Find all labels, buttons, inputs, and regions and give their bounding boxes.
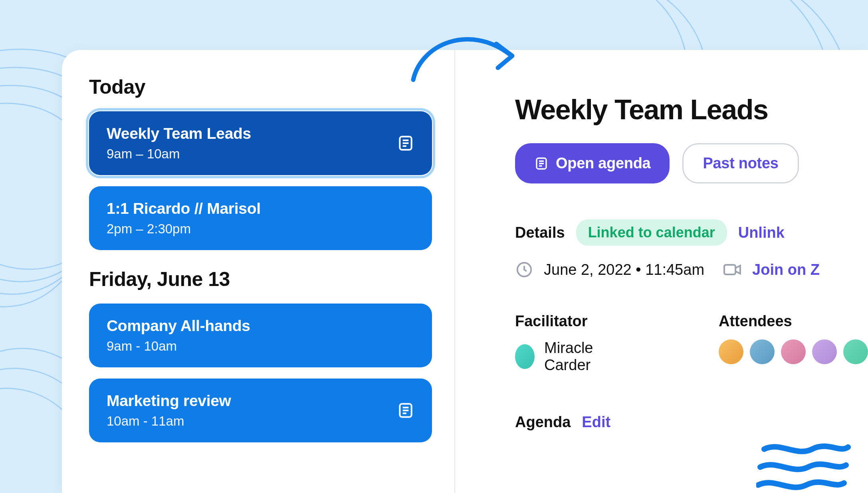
agenda-label: Agenda — [515, 414, 571, 431]
facilitator-name: Miracle Carder — [544, 339, 623, 374]
open-agenda-button[interactable]: Open agenda — [515, 143, 670, 183]
event-time: 10am - 11am — [107, 414, 231, 429]
wavy-decoration — [756, 437, 852, 493]
join-zoom-link[interactable]: Join on Z — [752, 261, 820, 278]
agenda-edit-link[interactable]: Edit — [582, 414, 610, 431]
event-card-all-hands[interactable]: Company All-hands 9am - 10am — [89, 304, 432, 367]
linked-calendar-badge: Linked to calendar — [576, 219, 727, 246]
avatar — [750, 339, 775, 364]
open-agenda-label: Open agenda — [556, 155, 650, 172]
event-detail-panel: Weekly Team Leads Open agenda Past notes… — [455, 50, 868, 493]
event-title: Marketing review — [107, 392, 231, 410]
svg-rect-4 — [724, 265, 735, 274]
event-time: 9am – 10am — [107, 146, 251, 162]
day-heading-today: Today — [89, 75, 432, 99]
unlink-link[interactable]: Unlink — [738, 224, 785, 241]
avatar — [843, 339, 868, 364]
event-title: 1:1 Ricardo // Marisol — [107, 200, 261, 217]
attendees-avatars — [719, 339, 868, 364]
note-icon — [397, 402, 414, 419]
avatar — [719, 339, 743, 364]
avatar — [781, 339, 806, 364]
attendees-label: Attendees — [719, 313, 868, 330]
arrow-decoration — [409, 28, 521, 84]
past-notes-label: Past notes — [703, 155, 778, 172]
datetime-text: June 2, 2022 • 11:45am — [544, 261, 704, 278]
event-card-weekly-team-leads[interactable]: Weekly Team Leads 9am – 10am — [89, 111, 432, 175]
detail-title: Weekly Team Leads — [515, 94, 868, 126]
facilitator-label: Facilitator — [515, 313, 623, 330]
day-heading-friday: Friday, June 13 — [89, 268, 432, 291]
event-time: 2pm – 2:30pm — [107, 221, 261, 237]
note-icon — [534, 156, 549, 171]
event-card-marketing-review[interactable]: Marketing review 10am - 11am — [89, 379, 432, 442]
video-icon — [723, 260, 742, 279]
details-label: Details — [515, 224, 565, 241]
event-list-panel: Today Weekly Team Leads 9am – 10am 1:1 R… — [62, 50, 455, 493]
app-card: Today Weekly Team Leads 9am – 10am 1:1 R… — [62, 50, 868, 493]
event-title: Company All-hands — [107, 317, 250, 335]
avatar — [812, 339, 837, 364]
note-icon — [397, 134, 414, 152]
event-title: Weekly Team Leads — [107, 125, 251, 142]
event-time: 9am - 10am — [107, 339, 250, 354]
avatar — [515, 344, 535, 369]
event-card-ricardo-marisol[interactable]: 1:1 Ricardo // Marisol 2pm – 2:30pm — [89, 186, 432, 250]
past-notes-button[interactable]: Past notes — [682, 143, 799, 183]
clock-icon — [515, 260, 533, 279]
